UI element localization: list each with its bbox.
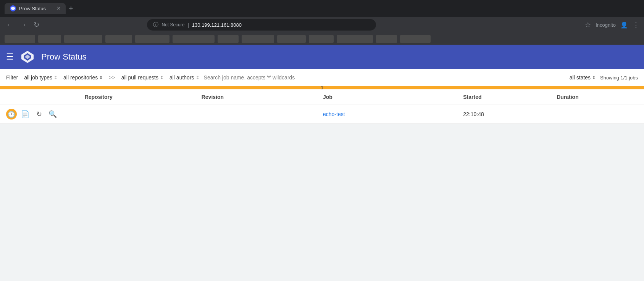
new-tab-button[interactable]: + [69, 4, 73, 13]
filter-label: Filter [6, 74, 18, 81]
tab-close-button[interactable]: × [57, 5, 60, 11]
bookmark-item[interactable] [173, 35, 215, 43]
bookmark-item[interactable] [242, 35, 274, 43]
content-area: Repository Revision Job Started Duration… [0, 89, 644, 242]
col-header-repository: Repository [79, 89, 195, 105]
col-header-started: Started [457, 89, 550, 105]
row-repository [79, 105, 195, 124]
authors-filter[interactable]: all authors [168, 74, 201, 81]
back-button[interactable]: ← [5, 19, 15, 31]
bookmark-item[interactable] [337, 35, 373, 43]
tab-favicon [10, 5, 16, 11]
table-row: 🕐 📄 ↻ 🔍 echo-test22:10:48 [0, 105, 644, 124]
row-duration [550, 105, 644, 124]
bookmark-item[interactable] [5, 35, 35, 43]
bookmark-item[interactable] [64, 35, 102, 43]
row-job[interactable]: echo-test [317, 105, 457, 124]
address-bar[interactable]: ⓘ Not Secure | 130.199.121.161:8080 [147, 19, 376, 31]
not-secure-label: Not Secure [161, 22, 184, 27]
reload-button[interactable]: ↻ [32, 19, 41, 31]
url-display: 130.199.121.161:8080 [192, 22, 242, 28]
progress-bar-label: 1 [321, 86, 323, 90]
rerun-icon[interactable]: ↻ [34, 109, 44, 120]
chrome-menu-icon[interactable]: ⋮ [633, 21, 639, 29]
repositories-filter[interactable]: all repositories [62, 74, 104, 81]
progress-bar-container: 1 [0, 86, 644, 89]
job-types-filter[interactable]: all job types [23, 74, 59, 81]
jobs-table: Repository Revision Job Started Duration… [0, 89, 644, 124]
incognito-label: Incognito [596, 22, 616, 28]
browser-actions: ☆ Incognito 👤 ⋮ [585, 21, 639, 29]
pull-requests-filter[interactable]: all pull requests [120, 74, 165, 81]
col-header-duration: Duration [550, 89, 644, 105]
address-bar-row: ← → ↻ ⓘ Not Secure | 130.199.121.161:808… [0, 17, 644, 33]
bookmarks-bar [0, 33, 644, 45]
bookmark-item[interactable] [277, 35, 306, 43]
search-icon[interactable]: 🔍 [47, 109, 58, 120]
star-icon[interactable]: ☆ [585, 21, 591, 29]
app-title: Prow Status [41, 52, 87, 62]
col-header-revision: Revision [195, 89, 317, 105]
bookmark-item[interactable] [38, 35, 61, 43]
forward-button[interactable]: → [18, 19, 28, 31]
table-header-row: Repository Revision Job Started Duration [0, 89, 644, 105]
tab-title: Prow Status [19, 6, 46, 11]
filter-arrow: >> [109, 74, 115, 81]
row-actions: 🕐 📄 ↻ 🔍 [0, 105, 79, 124]
security-icon: ⓘ [153, 21, 158, 28]
bookmark-item[interactable] [376, 35, 397, 43]
filter-bar: Filter all job types all repositories >>… [0, 69, 644, 86]
progress-bar: 1 [0, 86, 644, 89]
hamburger-menu-icon[interactable]: ☰ [6, 52, 14, 62]
col-header-actions [0, 89, 79, 105]
browser-chrome: Prow Status × + ← → ↻ ⓘ Not Secure | 130… [0, 0, 644, 45]
status-pending-icon[interactable]: 🕐 [6, 109, 17, 120]
bookmark-item[interactable] [400, 35, 431, 43]
browser-tab[interactable]: Prow Status × [5, 3, 66, 14]
col-header-job: Job [317, 89, 457, 105]
bookmark-item[interactable] [218, 35, 239, 43]
bookmark-item[interactable] [105, 35, 132, 43]
search-input[interactable] [204, 74, 565, 81]
showing-label: Showing 1/1 jobs [600, 75, 638, 81]
url-divider: | [187, 22, 189, 28]
incognito-icon: 👤 [620, 21, 628, 29]
log-icon[interactable]: 📄 [20, 109, 31, 120]
bookmark-item[interactable] [309, 35, 334, 43]
row-revision [195, 105, 317, 124]
bookmark-item[interactable] [135, 35, 169, 43]
app-header: ☰ Prow Status [0, 45, 644, 69]
app-logo [20, 49, 35, 65]
states-filter[interactable]: all states [568, 74, 597, 81]
row-started: 22:10:48 [457, 105, 550, 124]
